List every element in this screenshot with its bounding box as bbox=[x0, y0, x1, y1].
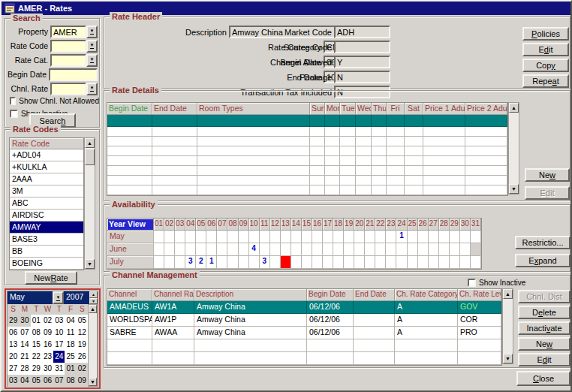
grid-cell[interactable] bbox=[405, 115, 423, 127]
column-header[interactable]: Fri bbox=[387, 103, 405, 115]
rate-details-row[interactable] bbox=[107, 156, 507, 166]
column-header[interactable]: Sat bbox=[405, 103, 423, 115]
availability-cell[interactable] bbox=[249, 231, 260, 243]
grid-cell[interactable] bbox=[354, 352, 395, 365]
grid-cell[interactable] bbox=[152, 185, 197, 195]
grid-cell[interactable] bbox=[387, 156, 405, 166]
rate-code-item[interactable]: AIRDISC bbox=[10, 210, 83, 222]
grid-cell[interactable] bbox=[107, 185, 152, 195]
titlebar[interactable]: AMER - Rates bbox=[2, 2, 570, 15]
availability-cell[interactable] bbox=[460, 231, 471, 243]
calendar-day-cell[interactable]: 26 bbox=[77, 351, 88, 363]
calendar-year-spinner[interactable]: ▲ ▼ bbox=[89, 291, 98, 304]
availability-cell[interactable] bbox=[386, 243, 396, 256]
availability-cell[interactable] bbox=[396, 243, 407, 256]
availability-cell[interactable] bbox=[323, 256, 333, 269]
search-chnl-rate-input[interactable] bbox=[50, 83, 86, 95]
calendar-day-cell[interactable]: 30 bbox=[19, 315, 30, 327]
availability-cell[interactable] bbox=[450, 256, 460, 269]
grid-cell[interactable] bbox=[107, 352, 152, 365]
availability-cell[interactable] bbox=[471, 256, 481, 269]
availability-cell[interactable] bbox=[418, 256, 429, 269]
grid-cell[interactable] bbox=[310, 166, 325, 176]
rate-code-item[interactable]: 3M bbox=[10, 185, 83, 198]
grid-cell[interactable] bbox=[387, 146, 405, 156]
grid-cell[interactable] bbox=[310, 146, 325, 156]
availability-cell[interactable]: 3 bbox=[260, 256, 270, 269]
availability-cell[interactable] bbox=[291, 243, 302, 256]
availability-cell[interactable] bbox=[460, 256, 471, 269]
show-chnl-not-allowed-checkbox[interactable] bbox=[10, 97, 16, 105]
grid-cell[interactable] bbox=[325, 137, 340, 146]
grid-cell[interactable]: AWAA bbox=[152, 327, 194, 339]
grid-cell[interactable] bbox=[340, 127, 356, 137]
grid-cell[interactable] bbox=[197, 166, 310, 176]
calendar-day-cell[interactable]: 08 bbox=[65, 375, 76, 387]
rate-code-item[interactable]: +KULKLA bbox=[10, 161, 83, 173]
column-header[interactable]: Price 1 Adul bbox=[423, 103, 465, 115]
restrictio-button[interactable]: Restrictio... bbox=[515, 236, 570, 249]
grid-cell[interactable] bbox=[310, 115, 325, 127]
rate-details-scrollbar[interactable]: ▲ ▼ bbox=[508, 102, 519, 194]
grid-cell[interactable]: 06/12/06 bbox=[307, 301, 354, 314]
column-header[interactable]: Price 2 Adul bbox=[465, 103, 507, 115]
availability-cell[interactable] bbox=[217, 256, 227, 269]
column-header[interactable]: Begin Date bbox=[307, 289, 354, 301]
calendar-day-cell[interactable]: 28 bbox=[19, 363, 30, 375]
calendar-day-cell[interactable]: 10 bbox=[53, 327, 65, 339]
grid-cell[interactable] bbox=[372, 185, 387, 195]
new-button[interactable]: New bbox=[518, 337, 570, 351]
grid-cell[interactable] bbox=[387, 166, 405, 176]
grid-cell[interactable] bbox=[310, 185, 325, 195]
column-header[interactable]: Begin Date bbox=[107, 103, 152, 115]
scrollbar-down-icon[interactable]: ▼ bbox=[509, 184, 519, 194]
availability-cell[interactable] bbox=[418, 243, 429, 256]
channel-row[interactable] bbox=[107, 339, 501, 352]
availability-cell[interactable] bbox=[154, 231, 164, 243]
grid-cell[interactable] bbox=[107, 166, 152, 176]
grid-cell[interactable] bbox=[465, 146, 507, 156]
availability-cell[interactable] bbox=[217, 243, 227, 256]
availability-cell[interactable] bbox=[302, 231, 312, 243]
scrollbar-up-icon[interactable]: ▲ bbox=[85, 138, 95, 148]
grid-cell[interactable] bbox=[356, 176, 372, 185]
column-header[interactable]: Description bbox=[194, 289, 307, 301]
grid-cell[interactable] bbox=[405, 185, 423, 195]
availability-cell[interactable] bbox=[206, 231, 217, 243]
calendar-day-cell[interactable]: 05 bbox=[31, 375, 42, 387]
grid-cell[interactable]: GOV bbox=[458, 301, 501, 314]
calendar-day-cell[interactable]: 03 bbox=[53, 315, 65, 327]
grid-cell[interactable] bbox=[423, 185, 465, 195]
rate-details-row[interactable] bbox=[107, 146, 507, 156]
channel-allowed-field[interactable]: Y bbox=[334, 56, 390, 68]
calendar-day-cell[interactable]: 20 bbox=[8, 351, 19, 363]
scrollbar-thumb[interactable] bbox=[85, 149, 95, 165]
availability-cell[interactable]: 1 bbox=[206, 256, 217, 269]
rate-code-item[interactable]: BB bbox=[10, 246, 83, 258]
availability-cell[interactable] bbox=[175, 256, 185, 269]
grid-cell[interactable] bbox=[458, 352, 501, 365]
policies-button[interactable]: Policies bbox=[522, 27, 569, 41]
grid-cell[interactable]: 06/12/06 bbox=[307, 327, 354, 339]
calendar-day-cell[interactable]: 18 bbox=[65, 339, 76, 351]
rate-details-row[interactable] bbox=[107, 176, 507, 185]
calendar-day-cell[interactable]: 22 bbox=[31, 351, 42, 363]
grid-cell[interactable] bbox=[465, 185, 507, 195]
availability-cell[interactable] bbox=[365, 243, 375, 256]
grid-cell[interactable]: 06/12/06 bbox=[307, 314, 354, 327]
channel-row[interactable]: SABREAWAAAmway China06/12/06APRO bbox=[107, 327, 501, 339]
channel-management-scrollbar[interactable]: ▲ ▼ bbox=[502, 288, 513, 364]
grid-cell[interactable] bbox=[423, 176, 465, 185]
rate-details-row[interactable] bbox=[107, 127, 507, 137]
grid-cell[interactable]: Amway China bbox=[194, 327, 307, 339]
market-code-field[interactable]: ADH bbox=[334, 26, 390, 38]
grid-cell[interactable] bbox=[197, 115, 310, 127]
grid-cell[interactable] bbox=[354, 301, 395, 314]
availability-cell[interactable] bbox=[154, 256, 164, 269]
availability-cell[interactable] bbox=[260, 231, 270, 243]
availability-cell[interactable] bbox=[239, 243, 249, 256]
grid-cell[interactable] bbox=[152, 166, 197, 176]
calendar-day-cell[interactable]: 29 bbox=[8, 315, 19, 327]
dropdown-button[interactable]: ▼ bbox=[86, 54, 98, 67]
calendar-day-cell[interactable]: 31 bbox=[53, 363, 65, 375]
